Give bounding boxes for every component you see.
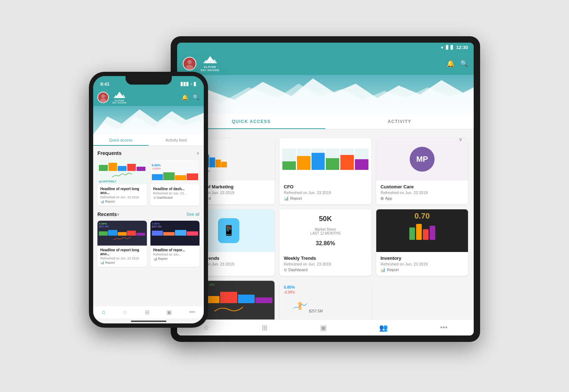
phone-recent-card-1[interactable]: 4.99% $257.5M [97,221,147,267]
phone-frequent-body-2: Headline of dash... Refreshed on Jun. 23… [150,184,200,202]
phone-device: 9:41 ▊▊▊ ≈ ▊ [89,72,208,328]
phone-tab-quick-access[interactable]: Quick access [93,134,149,146]
card-finance[interactable]: 5.85% -0.99% [280,281,371,319]
report-icon-sm: 📊 [100,200,104,203]
phone-avatar[interactable] [97,92,109,103]
phone-nav-reports[interactable]: ▣ [166,309,172,316]
phone-recent-title-1: Headline of report long ano... [100,248,144,256]
wt-50k: 50K [319,215,332,223]
tablet-screen: ▼ ▊ ▊ 12:30 [177,43,474,335]
phone-nav-favorites[interactable]: ☆ [122,309,127,316]
search-icon[interactable]: 🔍 [460,60,468,68]
phone-recents-cards: 4.99% $257.5M [97,221,200,267]
phone-hero-mountains [93,106,204,134]
phone-recents-toggle[interactable]: ∨ [117,212,120,217]
report-icon2: 📊 [381,268,385,272]
tablet-nav-favorites[interactable]: ☆ [203,323,209,332]
battery-icon: ▊ [194,82,197,86]
phone-status-icons: ▊▊▊ ≈ ▊ [181,82,197,86]
phone-recent-thumb-1: 4.99% $257.5M [97,221,147,246]
tab-activity[interactable]: ACTIVITY [325,114,474,129]
sort-chevron-icon[interactable]: ∨ [459,136,462,142]
tablet-bottom-bar: ☆ ⊞ ▣ 👥 ••• [177,319,474,335]
phone-frequents-cards: QUARTERLY Headline of report long ano...… [97,160,200,206]
svg-point-12 [101,94,105,98]
tablet-content: ∨ 5.85% -0.99% [177,129,474,319]
phone-frequent-card-1[interactable]: QUARTERLY Headline of report long ano...… [97,160,147,206]
tablet-nav-reports[interactable]: ▣ [320,323,327,332]
weekly-trends-phone-icon: 📱 [218,218,239,243]
tablet-tabs: QUICK ACCESS ACTIVITY [177,114,474,129]
notification-icon[interactable]: 🔔 [447,60,454,68]
tablet-time: 12:30 [456,45,468,50]
svg-point-13 [100,98,106,102]
card-cfo[interactable]: CFO Refreshed on Jun. 23 2019 📊 Report [280,138,371,204]
svg-point-1 [187,60,192,64]
phone-nav-apps[interactable]: ⊞ [145,309,149,316]
phone-recents-title: Recents [97,211,117,217]
card-weekly-trends-dash-type: ⊙ Dashboard [284,268,367,272]
phone-frequents-toggle[interactable]: ∨ [196,151,200,156]
tablet-device: ▼ ▊ ▊ 12:30 [171,36,480,342]
phone-tab-activity[interactable]: Activity feed [149,134,204,146]
phone-frequent-body-1: Headline of report long ano... Refreshed… [97,184,147,206]
svg-marker-10 [297,301,303,310]
phone-frequent-thumb-2: 5.85% -0.99% [150,160,200,184]
phone-notification-icon[interactable]: 🔔 [182,94,188,101]
wt-market-share: Market ShareLAST 12 MONTHS [310,227,341,235]
card-weekly-trends-dash-body: Weekly Trends Refreshed on Jun. 23 2019 … [280,252,371,276]
card-inventory[interactable]: 0.70 I [376,209,468,276]
phone-frequents-title: Frequents [97,150,122,156]
card-inventory-thumb: 0.70 [376,209,468,252]
phone-content: Frequents ∨ [93,146,204,306]
battery-icon: ▊ [451,45,453,50]
mountain-logo-icon [203,55,217,65]
report-icon-sm3: 📊 [153,257,157,261]
phone-nav-home[interactable]: ⌂ [102,309,105,315]
phone-frequent-card-2[interactable]: 5.85% -0.99% Headli [150,160,200,206]
phone-frequent-subtitle-2: Refreshed on Jun. 23... [153,192,197,195]
phone-frequent-subtitle-1: Refreshed on Jun. 23 2019 [100,195,144,199]
phone-mountain-logo-icon [113,91,126,100]
phone-recent-subtitle-2: Refreshed on Jun... [153,253,197,256]
card-weekly-trends-dash-subtitle: Refreshed on Jun. 23 2019 [284,262,367,266]
phone-tabs: Quick access Activity feed [93,134,204,146]
phone-see-all[interactable]: See all [186,212,200,217]
phone-recent-card-2[interactable]: 4.99% $257.5M Headl [150,221,200,267]
tablet-logo-line2: SKI HOUSE [201,69,219,72]
card-customer-care-title: Customer Care [381,184,464,189]
phone-time: 9:41 [100,81,110,87]
tablet-logo-line1: ALPINE [201,65,219,69]
card-inventory-title: Inventory [381,256,464,261]
tablet-status-icons: ▼ ▊ ▊ [440,45,453,50]
tablet-avatar[interactable] [183,57,196,70]
phone-frequent-type-1: 📊 Report [100,200,144,203]
phone-recent-type-1: 📊 Report [100,261,144,264]
phone-frequent-thumb-1: QUARTERLY [97,160,147,184]
wifi-icon: ▊ [446,45,449,50]
phone-frequent-title-1: Headline of report long ano... [100,187,144,195]
card-customer-care-thumb: MP [376,138,468,181]
card-inventory-type: 📊 Report [381,268,464,272]
phone-hero [93,106,204,134]
card-finance-thumb: 5.85% -0.99% [280,281,371,319]
phone-nav-more[interactable]: ••• [189,309,195,315]
phone-screen: 9:41 ▊▊▊ ≈ ▊ [93,76,204,323]
card-customer-care-body: Customer Care Refreshed on Jun. 23 2019 … [376,181,468,204]
tablet-sort-header: ∨ [183,134,468,138]
phone-frequent-title-2: Headline of dash... [153,187,197,191]
svg-marker-4 [207,56,213,60]
tablet-nav-apps[interactable]: ⊞ [262,323,268,332]
card-weekly-trends-dash[interactable]: 50K Market ShareLAST 12 MONTHS 32.86% We… [280,209,371,276]
phone-header-icons: 🔔 🔍 [182,94,200,101]
card-customer-care[interactable]: MP Customer Care Refreshed on Jun. 23 20… [376,138,468,204]
dashboard-icon-sm: ⊙ [153,196,156,199]
tablet-nav-people[interactable]: 👥 [379,323,388,332]
phone-recent-subtitle-1: Refreshed on Jun. 23 2019 [100,257,144,260]
card-weekly-trends-dash-title: Weekly Trends [284,256,367,261]
card-inventory-body: Inventory Refreshed on Jun. 23 2019 📊 Re… [376,252,468,276]
phone-frequent-type-2: ⊙ Dashboard [153,196,197,199]
tablet-nav-more[interactable]: ••• [440,323,448,332]
phone-search-icon[interactable]: 🔍 [193,94,200,101]
card-cfo-thumb [280,138,371,181]
